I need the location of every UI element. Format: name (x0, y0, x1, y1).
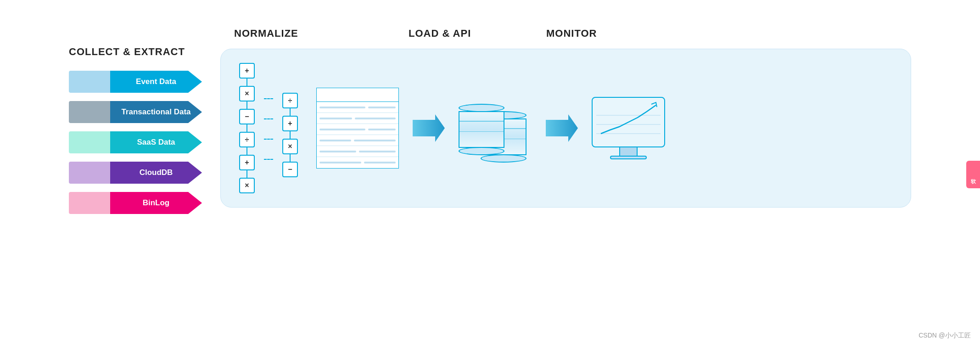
connector (246, 79, 247, 86)
binlog-label: BinLog (143, 198, 170, 208)
clouddb-left-bar (69, 162, 110, 184)
monitor-section (592, 97, 665, 159)
collect-extract-section: COLLECT & EXTRACT Event Data Transaction… (69, 46, 202, 214)
dashed-connector (264, 118, 273, 119)
cell-line (319, 129, 365, 130)
data-sources-list: Event Data Transactional Data SaaS Data (69, 71, 202, 214)
op-box: + (239, 155, 255, 170)
dashed-connector (264, 98, 273, 99)
op-box: ÷ (282, 93, 298, 108)
cell-line (319, 162, 361, 163)
list-item: Transactional Data (69, 101, 202, 123)
dashed-connector (264, 139, 273, 140)
op-box: − (239, 109, 255, 124)
event-arrow: Event Data (110, 71, 202, 93)
op-box: × (239, 86, 255, 101)
pipeline-arrow-2 (546, 114, 578, 142)
monitor-stand (619, 147, 638, 156)
op-box: ÷ (239, 132, 255, 147)
cell-line (319, 118, 352, 119)
table-header (317, 88, 398, 102)
event-label: Event Data (136, 77, 176, 86)
op-box: + (282, 116, 298, 131)
saas-arrow: SaaS Data (110, 131, 202, 153)
cell-line (354, 140, 396, 141)
monitor-header: MONITOR (546, 28, 638, 39)
list-item: Event Data (69, 71, 202, 93)
table-row (317, 146, 398, 157)
normalize-header: NORMALIZE (234, 28, 409, 39)
table-row (317, 113, 398, 124)
cell-line (355, 118, 396, 119)
h-connectors (264, 98, 273, 160)
monitor-screen (592, 97, 665, 147)
connector (290, 154, 291, 162)
pipeline-box: + × − ÷ + × (220, 49, 911, 208)
pipeline-headers: NORMALIZE LOAD & API MONITOR (220, 28, 911, 39)
clouddb-label: CloudDB (140, 168, 173, 177)
normalize-table (316, 88, 399, 169)
list-item: CloudDB (69, 162, 202, 184)
table-row (317, 135, 398, 146)
list-item: SaaS Data (69, 131, 202, 153)
database-section (459, 94, 532, 163)
connector (246, 147, 247, 155)
op-box: × (282, 139, 298, 154)
cell-line (364, 162, 396, 163)
collect-extract-title: COLLECT & EXTRACT (69, 46, 202, 58)
connector (290, 131, 291, 139)
side-tab[interactable]: 软 (966, 161, 980, 188)
op-box: + (239, 63, 255, 79)
op-box: − (282, 162, 298, 177)
cell-line (359, 151, 396, 152)
cell-line (319, 107, 365, 108)
transactional-arrow: Transactional Data (110, 101, 202, 123)
watermark: CSDN @小小工匠 (918, 332, 971, 340)
cell-line (368, 107, 396, 108)
pipeline-arrow-1 (413, 114, 445, 142)
cell-line (368, 129, 396, 130)
connector (246, 170, 247, 178)
saas-left-bar (69, 131, 110, 153)
pipeline-section: NORMALIZE LOAD & API MONITOR + × − ÷ + (220, 28, 911, 208)
normalize-section: + × − ÷ + × (239, 63, 399, 193)
dashed-connector (264, 159, 273, 160)
binlog-arrow: BinLog (110, 192, 202, 214)
saas-label: SaaS Data (137, 138, 175, 147)
connector (246, 101, 247, 109)
connector (290, 108, 291, 116)
load-api-header: LOAD & API (409, 28, 546, 39)
operators-col-2: ÷ + × − (282, 93, 298, 177)
table-row (317, 124, 398, 135)
connector (246, 124, 247, 132)
clouddb-arrow: CloudDB (110, 162, 202, 184)
op-box: × (239, 178, 255, 193)
operators-col-1: + × − ÷ + × (239, 63, 255, 193)
cylinder-front (459, 104, 504, 155)
table-row (317, 157, 398, 168)
monitor-chart (596, 101, 661, 143)
cell-line (319, 140, 351, 141)
list-item: BinLog (69, 192, 202, 214)
table-row (317, 102, 398, 113)
transactional-left-bar (69, 101, 110, 123)
transactional-label: Transactional Data (121, 107, 190, 117)
binlog-left-bar (69, 192, 110, 214)
event-left-bar (69, 71, 110, 93)
cell-line (319, 151, 356, 152)
monitor-base (610, 156, 647, 159)
